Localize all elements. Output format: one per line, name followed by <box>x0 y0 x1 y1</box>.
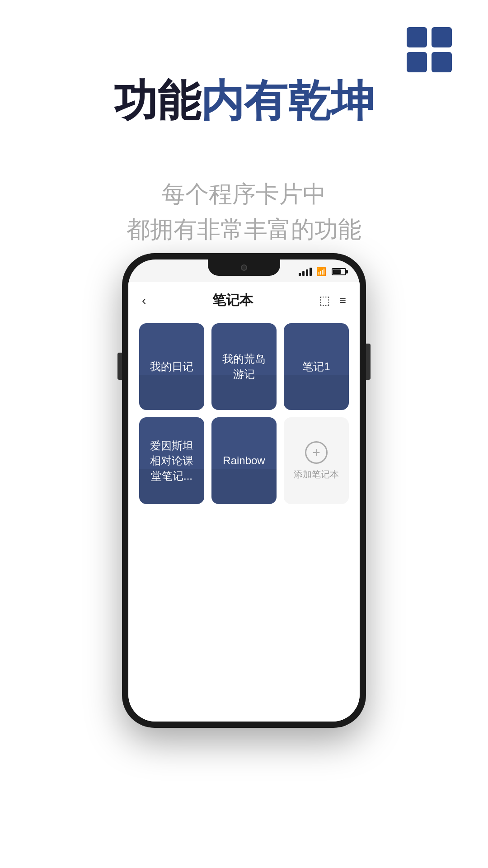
notebook-name-4: 爱因斯坦相对论课堂笔记... <box>146 438 197 484</box>
phone-outer: 📶 ‹ 笔记本 ⬚ ≡ <box>122 253 366 728</box>
view-toggle-icon[interactable]: ⬚ <box>319 293 330 307</box>
notebook-card-5[interactable]: Rainbow <box>211 417 277 504</box>
add-notebook-label: 添加笔记本 <box>294 468 339 481</box>
grid-cell-1 <box>407 27 427 47</box>
notebook-name-1: 我的日记 <box>150 359 193 374</box>
notebook-name-5: Rainbow <box>223 453 265 468</box>
wifi-icon: 📶 <box>316 267 326 277</box>
notebooks-grid: 我的日记 我的荒岛游记 笔记1 爱因斯坦相对论课堂笔记... Rainbow <box>128 319 360 509</box>
phone-notch <box>208 259 280 276</box>
notebook-card-3[interactable]: 笔记1 <box>284 323 349 410</box>
app-title: 笔记本 <box>212 291 253 310</box>
grid-cell-3 <box>407 52 427 72</box>
battery-icon <box>332 268 346 275</box>
hero-title-blue: 内有乾坤 <box>201 76 374 125</box>
notebook-name-3: 笔记1 <box>302 359 330 374</box>
notebook-card-2[interactable]: 我的荒岛游记 <box>211 323 277 410</box>
notebook-name-2: 我的荒岛游记 <box>219 351 269 382</box>
menu-icon[interactable]: ≡ <box>339 293 346 307</box>
header-icons: ⬚ ≡ <box>319 293 346 307</box>
notebook-card-1[interactable]: 我的日记 <box>139 323 204 410</box>
phone-inner: 📶 ‹ 笔记本 ⬚ ≡ <box>128 259 360 722</box>
hero-title: 功能内有乾坤 <box>0 77 488 125</box>
hero-subtitle-line2: 都拥有非常丰富的功能 <box>0 212 488 247</box>
add-notebook-icon: + <box>305 441 328 464</box>
grid-cell-4 <box>432 52 452 72</box>
app-header: ‹ 笔记本 ⬚ ≡ <box>128 282 360 319</box>
camera-dot <box>241 264 247 271</box>
hero-subtitle: 每个程序卡片中 都拥有非常丰富的功能 <box>0 176 488 247</box>
phone-mockup: 📶 ‹ 笔记本 ⬚ ≡ <box>122 253 366 728</box>
add-notebook-card[interactable]: + 添加笔记本 <box>284 417 349 504</box>
status-icons: 📶 <box>299 267 346 277</box>
signal-icon <box>299 268 312 276</box>
grid-cell-2 <box>432 27 452 47</box>
notebook-card-4[interactable]: 爱因斯坦相对论课堂笔记... <box>139 417 204 504</box>
back-button[interactable]: ‹ <box>142 293 146 308</box>
app-content: ‹ 笔记本 ⬚ ≡ 我的日记 我的荒岛游记 <box>128 282 360 722</box>
hero-title-dark: 功能 <box>114 76 201 125</box>
app-grid-icon <box>407 27 452 72</box>
hero-subtitle-line1: 每个程序卡片中 <box>0 176 488 212</box>
